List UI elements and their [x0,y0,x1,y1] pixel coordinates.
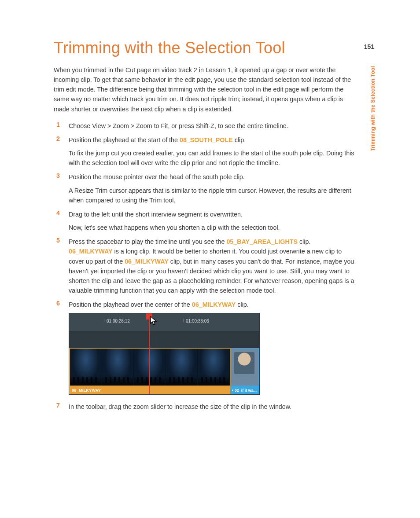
timecode-tick: 01:00:28:12 [107,318,130,325]
step-number: 7 [54,402,69,411]
timecode-tick: 01:00:33:06 [186,318,209,325]
clip-reference: 06_MILKYWAY [69,248,113,255]
step-body: In the toolbar, drag the zoom slider to … [69,402,291,411]
step-1: 1 Choose View > Zoom > Zoom to Fit, or p… [54,121,367,131]
clip-milkyway [69,348,230,386]
playhead-line [149,313,150,394]
step-4: 4 Drag to the left until the short inter… [54,209,367,232]
step-text: Drag to the left until the short intervi… [69,209,280,219]
step-5: 5 Press the spacebar to play the timelin… [54,237,367,295]
step-body: Drag to the left until the short intervi… [69,209,280,232]
step-text: Choose View > Zoom > Zoom to Fit, or pre… [69,121,288,131]
step-body: Press the spacebar to play the timeline … [69,237,355,295]
step-text: Position the playhead over the center of… [69,300,260,309]
step-body: Position the playhead over the center of… [69,300,260,396]
step-3: 3 Position the mouse pointer over the he… [54,172,367,205]
step-text: In the toolbar, drag the zoom slider to … [69,402,291,411]
clip-label: 06_MILKYWAY [69,386,230,394]
video-track [69,347,259,386]
clip-reference: 05_BAY_AREA_LIGHTS [226,238,298,245]
page-number: 151 [364,43,374,50]
page-title: Trimming with the Selection Tool [54,39,367,57]
empty-track [69,331,259,347]
clip-interview [230,348,259,386]
step-number: 4 [54,209,69,232]
step-number: 6 [54,300,69,396]
step-2: 2 Position the playhead at the start of … [54,135,367,168]
step-6: 6 Position the playhead over the center … [54,300,367,396]
clip-reference: 08_SOUTH_POLE [180,136,233,143]
clip-label: • 02_if it wa... [230,386,259,394]
timeline-screenshot: 01:00:28:12 01:00:33:06 [69,313,260,395]
intro-paragraph: When you trimmed in the Cut page on vide… [54,65,353,114]
step-body: Choose View > Zoom > Zoom to Fit, or pre… [69,121,288,131]
step-7: 7 In the toolbar, drag the zoom slider t… [54,402,367,411]
step-number: 3 [54,172,69,205]
step-text: Press the spacebar to play the timeline … [69,237,355,295]
clip-reference: 06_MILKYWAY [125,258,169,265]
step-number: 1 [54,121,69,131]
step-text: A Resize Trim cursor appears that is sim… [69,186,355,205]
cursor-arrow-icon [150,316,159,327]
step-body: Position the mouse pointer over the head… [69,172,355,205]
step-text: Position the playhead at the start of th… [69,135,355,145]
step-text: Now, let's see what happens when you sho… [69,223,280,232]
clip-label-bar: 06_MILKYWAY • 02_if it wa... [69,386,259,394]
step-body: Position the playhead at the start of th… [69,135,355,168]
steps-list: 1 Choose View > Zoom > Zoom to Fit, or p… [54,121,367,412]
clip-reference: 06_MILKYWAY [192,301,236,308]
timeline-ruler: 01:00:28:12 01:00:33:06 [69,313,259,331]
step-text: Position the mouse pointer over the head… [69,172,355,182]
side-tab: Trimming with the Selection Tool [370,66,376,151]
step-number: 5 [54,237,69,295]
step-number: 2 [54,135,69,168]
page: 151 Trimming with the Selection Tool Tri… [0,0,420,442]
step-text: To fix the jump cut you created earlier,… [69,148,355,168]
